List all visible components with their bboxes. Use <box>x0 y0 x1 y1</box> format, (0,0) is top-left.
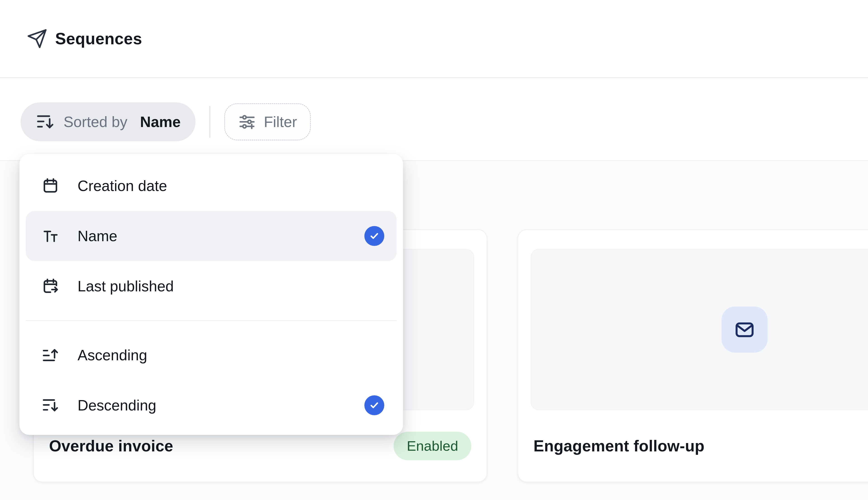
page-title: Sequences <box>55 30 142 48</box>
card-footer: Engagement follow-up <box>518 410 868 482</box>
filter-sliders-icon <box>238 113 256 131</box>
sort-menu: Creation date Name <box>20 154 403 435</box>
filter-button-label: Filter <box>264 113 297 130</box>
sort-descending-icon <box>35 112 55 132</box>
status-badge: Enabled <box>393 432 471 460</box>
menu-item-descending[interactable]: Descending <box>26 380 397 430</box>
menu-item-label: Descending <box>78 397 364 414</box>
check-icon <box>369 230 380 242</box>
calendar-icon <box>41 177 59 195</box>
send-icon <box>27 28 47 49</box>
menu-item-label: Ascending <box>78 346 384 364</box>
page-header: Sequences <box>0 0 868 78</box>
filter-button[interactable]: Filter <box>224 103 311 140</box>
menu-item-label: Name <box>78 227 364 245</box>
check-icon <box>369 400 380 411</box>
sort-ascending-icon <box>41 346 59 364</box>
menu-item-name[interactable]: Name <box>26 211 397 261</box>
toolbar-divider <box>209 106 210 138</box>
calendar-arrow-icon <box>41 277 59 295</box>
menu-item-label: Last published <box>78 277 384 295</box>
menu-item-last-published[interactable]: Last published <box>26 261 397 311</box>
sort-descending-icon <box>41 396 59 414</box>
sort-button-prefix: Sorted by <box>64 113 127 130</box>
selected-check <box>364 395 384 415</box>
selected-check <box>364 226 384 246</box>
sequence-card-engagement-follow-up[interactable]: Engagement follow-up <box>518 229 868 482</box>
menu-item-label: Creation date <box>78 177 384 194</box>
menu-divider <box>26 320 397 321</box>
card-title: Engagement follow-up <box>534 437 705 455</box>
toolbar: Sorted by Name Filter <box>0 78 868 161</box>
sort-button[interactable]: Sorted by Name <box>21 102 195 141</box>
sort-button-value: Name <box>140 113 181 130</box>
mail-icon <box>733 318 756 341</box>
sequence-preview-placeholder <box>531 249 868 410</box>
card-title: Overdue invoice <box>49 437 173 455</box>
sequences-page: Sequences Sorted by Name <box>0 0 868 500</box>
mail-tile <box>721 307 768 353</box>
menu-item-ascending[interactable]: Ascending <box>26 330 397 380</box>
menu-item-creation-date[interactable]: Creation date <box>26 161 397 211</box>
type-icon <box>41 227 59 245</box>
